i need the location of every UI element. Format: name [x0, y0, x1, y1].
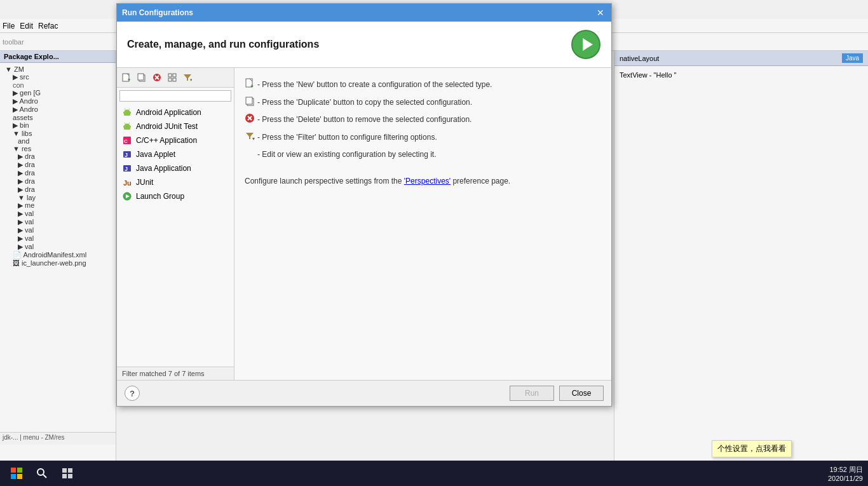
- clock-date: 2020/11/29: [828, 475, 863, 482]
- svg-line-25: [125, 123, 125, 124]
- help-line-filter: ▾ - Press the 'Filter' button to configu…: [245, 131, 601, 146]
- config-item-java-app[interactable]: J Java Application: [117, 161, 234, 175]
- svg-rect-44: [246, 97, 252, 104]
- svg-rect-57: [68, 468, 72, 473]
- help-line-new: + - Press the 'New' button to create a c…: [245, 78, 601, 93]
- delete-config-button[interactable]: [150, 71, 164, 84]
- svg-rect-59: [68, 474, 72, 478]
- svg-rect-53: [17, 474, 22, 479]
- svg-text:▾: ▾: [190, 78, 192, 82]
- dialog-footer: ? Run Close: [117, 380, 611, 406]
- expand-all-button[interactable]: [165, 71, 179, 84]
- eclipse-tab-bar: jdk-... | menu - ZM/res: [0, 432, 116, 445]
- config-item-android-app[interactable]: Android Application: [117, 105, 234, 119]
- dialog-header-title: Create, manage, and run configurations: [127, 39, 319, 50]
- cpp-icon: C: [122, 135, 132, 145]
- tooltip-popup: 个性设置，点我看看: [712, 440, 792, 457]
- taskbar-search[interactable]: [31, 462, 53, 485]
- taskbar-taskview[interactable]: [56, 462, 79, 485]
- taskbar-start[interactable]: [5, 462, 28, 485]
- perspectives-link[interactable]: 'Perspectives': [404, 177, 451, 186]
- dialog-close-button[interactable]: ✕: [595, 7, 606, 18]
- svg-text:Ju: Ju: [123, 179, 132, 187]
- tree-root: ▼ ZM ▶ src con ▶ gen [G ▶ Andro ▶ Andro …: [0, 63, 116, 269]
- svg-point-54: [37, 469, 44, 475]
- java-app-icon: J: [122, 163, 132, 173]
- menu-edit[interactable]: Edit: [20, 22, 33, 30]
- svg-text:+: +: [250, 83, 254, 88]
- svg-rect-27: [123, 126, 125, 128]
- run-configurations-dialog: Run Configurations ✕ Create, manage, and…: [116, 3, 612, 407]
- filter-icon-help: ▾: [245, 131, 255, 146]
- eclipse-left-panel: Package Explo... ▼ ZM ▶ src con ▶ gen [G…: [0, 51, 116, 467]
- svg-rect-13: [173, 78, 176, 81]
- svg-rect-30: [128, 128, 129, 130]
- config-item-android-junit[interactable]: Android JUnit Test: [117, 119, 234, 133]
- svg-rect-28: [130, 126, 131, 128]
- left-toolbar: +: [117, 68, 234, 88]
- right-panel-content: TextView - "Hello ": [614, 66, 868, 84]
- help-line-duplicate: - Press the 'Duplicate' button to copy t…: [245, 96, 601, 111]
- svg-line-55: [43, 475, 46, 478]
- package-explorer-header: Package Explo...: [0, 51, 116, 63]
- dialog-titlebar: Run Configurations ✕: [117, 4, 611, 22]
- svg-rect-10: [168, 74, 172, 77]
- svg-text:J: J: [125, 152, 128, 158]
- new-config-button[interactable]: +: [119, 71, 133, 84]
- launch-group-icon: [122, 191, 132, 201]
- svg-text:▾: ▾: [252, 136, 255, 141]
- menu-file[interactable]: File: [3, 22, 15, 30]
- config-search-input[interactable]: [119, 90, 231, 102]
- config-list: Android Application: [117, 104, 234, 367]
- duplicate-doc-icon: [245, 96, 255, 111]
- svg-rect-22: [128, 114, 129, 116]
- svg-line-18: [129, 109, 130, 110]
- right-panel-title: nativeLayout: [620, 55, 659, 62]
- footer-right: Run Close: [510, 386, 604, 401]
- config-item-label: JUnit: [136, 178, 153, 187]
- close-button[interactable]: Close: [559, 386, 604, 401]
- config-item-label: Launch Group: [136, 192, 184, 201]
- config-item-junit[interactable]: Ju JUnit: [117, 175, 234, 189]
- config-item-java-applet[interactable]: J Java Applet: [117, 147, 234, 161]
- left-panel: +: [117, 68, 234, 380]
- perspectives-section: Configure launch perspective settings fr…: [245, 175, 601, 189]
- footer-left: ?: [125, 386, 140, 401]
- clock-time: 19:52 周日: [828, 465, 863, 475]
- config-item-cpp[interactable]: C C/C++ Application: [117, 133, 234, 147]
- help-button[interactable]: ?: [125, 386, 140, 401]
- filter-status: Filter matched 7 of 7 items: [117, 367, 234, 380]
- run-icon[interactable]: [571, 29, 601, 60]
- svg-rect-56: [62, 468, 67, 473]
- android-junit-icon: [122, 121, 132, 132]
- svg-rect-6: [138, 74, 144, 80]
- svg-rect-21: [125, 114, 126, 116]
- config-item-label: Android Application: [136, 108, 201, 117]
- config-item-label: C/C++ Application: [136, 136, 197, 145]
- svg-rect-51: [17, 468, 22, 473]
- svg-rect-11: [173, 74, 176, 77]
- svg-rect-58: [62, 474, 67, 478]
- java-tab[interactable]: Java: [842, 53, 863, 63]
- svg-text:C: C: [124, 138, 128, 144]
- config-item-label: Android JUnit Test: [136, 122, 198, 131]
- run-button[interactable]: Run: [510, 386, 554, 401]
- help-text: + - Press the 'New' button to create a c…: [245, 78, 601, 189]
- android-app-icon: [122, 107, 132, 118]
- dialog-body: +: [117, 68, 611, 380]
- svg-rect-20: [130, 112, 131, 114]
- menu-refac[interactable]: Refac: [38, 22, 58, 30]
- duplicate-config-button[interactable]: [135, 71, 149, 84]
- svg-rect-29: [125, 128, 126, 130]
- config-item-label: Java Application: [136, 164, 191, 173]
- eclipse-right-panel: nativeLayout Java TextView - "Hello ": [614, 51, 868, 467]
- taskbar-clock[interactable]: 19:52 周日 2020/11/29: [828, 465, 863, 482]
- svg-text:J: J: [125, 166, 128, 172]
- junit-icon: Ju: [122, 177, 132, 187]
- dialog-title: Run Configurations: [122, 8, 193, 17]
- filter-button[interactable]: ▾: [180, 71, 194, 84]
- svg-rect-12: [168, 78, 172, 81]
- config-item-launch-group[interactable]: Launch Group: [117, 189, 234, 203]
- help-line-delete: - Press the 'Delete' button to remove th…: [245, 113, 601, 128]
- svg-point-16: [125, 110, 130, 113]
